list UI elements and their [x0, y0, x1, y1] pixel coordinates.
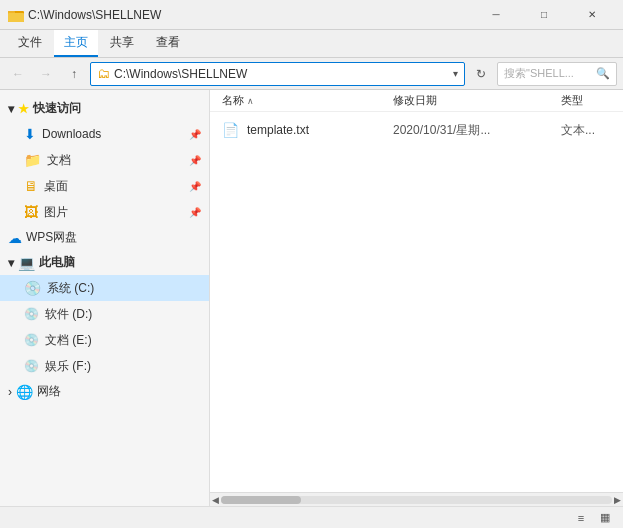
network-label: 网络 — [37, 383, 61, 400]
refresh-button[interactable]: ↻ — [469, 62, 493, 86]
file-type: 文本... — [561, 122, 611, 139]
file-name: template.txt — [247, 123, 385, 137]
col-date-label: 修改日期 — [393, 93, 437, 108]
search-placeholder: 搜索"SHELL... — [504, 66, 592, 81]
sidebar: ▾ ★ 快速访问 ⬇ Downloads 📌 📁 文档 📌 🖥 桌面 📌 🖼 图… — [0, 90, 210, 506]
sidebar-item-drive-e[interactable]: 💿 文档 (E:) — [0, 327, 209, 353]
drive-c-icon: 💿 — [24, 280, 41, 296]
sidebar-item-drive-f[interactable]: 💿 娱乐 (F:) — [0, 353, 209, 379]
col-header-type[interactable]: 类型 — [561, 93, 611, 108]
address-bar[interactable]: 🗂 C:\Windows\SHELLNEW ▾ — [90, 62, 465, 86]
sidebar-item-drive-c[interactable]: 💿 系统 (C:) — [0, 275, 209, 301]
sidebar-quick-access[interactable]: ▾ ★ 快速访问 — [0, 96, 209, 121]
network-chevron-icon: › — [8, 385, 12, 399]
svg-rect-2 — [8, 13, 24, 22]
sidebar-wps[interactable]: ☁ WPS网盘 — [0, 225, 209, 250]
sidebar-item-pictures-label: 图片 — [44, 204, 68, 221]
this-pc-chevron-icon: ▾ — [8, 256, 14, 270]
wps-label: WPS网盘 — [26, 229, 77, 246]
col-sort-indicator: ∧ — [247, 96, 254, 106]
scroll-thumb[interactable] — [221, 496, 301, 504]
detail-view-button[interactable]: ▦ — [595, 509, 615, 527]
file-icon: 📄 — [222, 122, 239, 138]
drive-f-icon: 💿 — [24, 359, 39, 373]
content-area: 名称 ∧ 修改日期 类型 📄 template.txt 2020/10/31/星… — [210, 90, 623, 506]
ribbon: 文件 主页 共享 查看 — [0, 30, 623, 58]
sidebar-item-drive-f-label: 娱乐 (F:) — [45, 358, 91, 375]
documents-folder-icon: 📁 — [24, 152, 41, 168]
title-text: C:\Windows\SHELLNEW — [28, 8, 161, 22]
col-header-date[interactable]: 修改日期 — [393, 93, 553, 108]
network-icon: 🌐 — [16, 384, 33, 400]
status-right: ≡ ▦ — [571, 509, 615, 527]
search-icon[interactable]: 🔍 — [596, 67, 610, 80]
list-view-button[interactable]: ≡ — [571, 509, 591, 527]
up-button[interactable]: ↑ — [62, 62, 86, 86]
tab-view[interactable]: 查看 — [146, 30, 190, 57]
scroll-left-arrow[interactable]: ◀ — [212, 495, 219, 505]
this-pc-label: 此电脑 — [39, 254, 75, 271]
drive-e-icon: 💿 — [24, 333, 39, 347]
wps-cloud-icon: ☁ — [8, 230, 22, 246]
sidebar-item-downloads[interactable]: ⬇ Downloads 📌 — [0, 121, 209, 147]
title-controls: ─ □ ✕ — [473, 0, 615, 30]
folder-title-icon — [8, 7, 24, 23]
pin-icon-documents: 📌 — [189, 155, 201, 166]
desktop-folder-icon: 🖥 — [24, 178, 38, 194]
address-dropdown-icon[interactable]: ▾ — [453, 68, 458, 79]
quick-access-chevron-icon: ▾ — [8, 102, 14, 116]
pin-icon-downloads: 📌 — [189, 129, 201, 140]
table-row[interactable]: 📄 template.txt 2020/10/31/星期... 文本... — [210, 116, 623, 144]
col-header-name[interactable]: 名称 ∧ — [222, 93, 385, 108]
sidebar-item-drive-d[interactable]: 💿 软件 (D:) — [0, 301, 209, 327]
sidebar-item-drive-d-label: 软件 (D:) — [45, 306, 92, 323]
status-bar: ≡ ▦ — [0, 506, 623, 528]
ribbon-tabs: 文件 主页 共享 查看 — [0, 30, 623, 57]
quick-access-star-icon: ★ — [18, 102, 29, 116]
file-modified: 2020/10/31/星期... — [393, 122, 553, 139]
minimize-button[interactable]: ─ — [473, 0, 519, 30]
col-type-label: 类型 — [561, 93, 583, 108]
tab-file[interactable]: 文件 — [8, 30, 52, 57]
address-bar-row: ← → ↑ 🗂 C:\Windows\SHELLNEW ▾ ↻ 搜索"SHELL… — [0, 58, 623, 90]
title-bar-left: C:\Windows\SHELLNEW — [8, 7, 473, 23]
main-area: ▾ ★ 快速访问 ⬇ Downloads 📌 📁 文档 📌 🖥 桌面 📌 🖼 图… — [0, 90, 623, 506]
sidebar-item-downloads-label: Downloads — [42, 127, 101, 141]
this-pc-icon: 💻 — [18, 255, 35, 271]
title-bar: C:\Windows\SHELLNEW ─ □ ✕ — [0, 0, 623, 30]
sidebar-item-pictures[interactable]: 🖼 图片 📌 — [0, 199, 209, 225]
tab-home[interactable]: 主页 — [54, 30, 98, 57]
scroll-right-arrow[interactable]: ▶ — [614, 495, 621, 505]
maximize-button[interactable]: □ — [521, 0, 567, 30]
sidebar-item-documents-label: 文档 — [47, 152, 71, 169]
drive-d-icon: 💿 — [24, 307, 39, 321]
sidebar-item-drive-e-label: 文档 (E:) — [45, 332, 92, 349]
horizontal-scrollbar[interactable]: ◀ ▶ — [210, 492, 623, 506]
content-header: 名称 ∧ 修改日期 类型 — [210, 90, 623, 112]
sidebar-this-pc[interactable]: ▾ 💻 此电脑 — [0, 250, 209, 275]
search-bar[interactable]: 搜索"SHELL... 🔍 — [497, 62, 617, 86]
download-icon: ⬇ — [24, 126, 36, 142]
scroll-track[interactable] — [221, 496, 612, 504]
content-list: 📄 template.txt 2020/10/31/星期... 文本... — [210, 112, 623, 492]
col-name-label: 名称 — [222, 93, 244, 108]
sidebar-item-drive-c-label: 系统 (C:) — [47, 280, 94, 297]
sidebar-item-desktop-label: 桌面 — [44, 178, 68, 195]
forward-button[interactable]: → — [34, 62, 58, 86]
address-folder-icon: 🗂 — [97, 66, 110, 81]
tab-share[interactable]: 共享 — [100, 30, 144, 57]
close-button[interactable]: ✕ — [569, 0, 615, 30]
sidebar-item-documents[interactable]: 📁 文档 📌 — [0, 147, 209, 173]
pin-icon-pictures: 📌 — [189, 207, 201, 218]
back-button[interactable]: ← — [6, 62, 30, 86]
address-text: C:\Windows\SHELLNEW — [114, 67, 449, 81]
quick-access-label: 快速访问 — [33, 100, 81, 117]
pictures-folder-icon: 🖼 — [24, 204, 38, 220]
sidebar-network[interactable]: › 🌐 网络 — [0, 379, 209, 404]
sidebar-item-desktop[interactable]: 🖥 桌面 📌 — [0, 173, 209, 199]
pin-icon-desktop: 📌 — [189, 181, 201, 192]
